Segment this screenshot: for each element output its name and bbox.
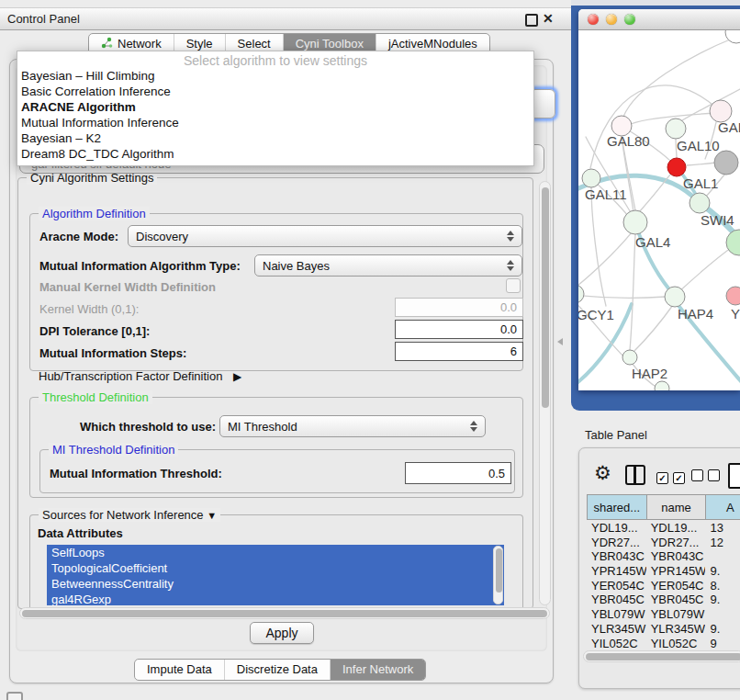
data-attribute-item[interactable]: gal4RGexp — [47, 592, 504, 605]
network-edge[interactable] — [578, 232, 632, 289]
network-edge[interactable] — [578, 295, 666, 298]
network-canvas[interactable]: GALGAL80GAL10GAL1GAL11SWI4GAL4GCY1HAP4YH… — [578, 30, 740, 390]
algorithm-definition-group: Algorithm Definition Aracne Mode: Discov… — [29, 213, 523, 371]
table-row[interactable]: YDL19...YDL19...13 — [587, 520, 740, 535]
table-cell: YIL052C — [646, 636, 706, 650]
data-attributes-label: Data Attributes — [38, 526, 123, 540]
settings-horizontal-scrollbar[interactable] — [19, 607, 550, 619]
close-icon[interactable]: ✕ — [543, 11, 554, 26]
data-attribute-item[interactable]: BetweennessCentrality — [47, 576, 504, 592]
table-row[interactable]: YLR345WYLR345W9. — [587, 621, 740, 636]
gear-icon[interactable]: ⚙ — [594, 463, 611, 483]
splitter-collapse-icon[interactable] — [557, 338, 563, 345]
data-attributes-list[interactable]: SelfLoopsTopologicalCoefficientBetweenne… — [47, 545, 504, 605]
table-row[interactable]: YBR045CYBR045C9. — [587, 592, 740, 606]
dock-mini-icon[interactable] — [6, 692, 23, 700]
dpi-tolerance-label: DPI Tolerance [0,1]: — [39, 324, 150, 338]
aracne-mode-combo[interactable]: Discovery — [128, 225, 522, 247]
network-graph[interactable]: GALGAL80GAL10GAL1GAL11SWI4GAL4GCY1HAP4YH… — [578, 30, 740, 390]
network-node-GAL10[interactable] — [666, 119, 686, 139]
network-node-SWI4[interactable] — [690, 193, 710, 213]
network-node[interactable] — [714, 151, 738, 175]
manual-kernel-checkbox[interactable] — [506, 278, 521, 293]
table-cell: YPR145W — [646, 563, 706, 578]
kernel-width-field[interactable]: 0.0 — [395, 298, 523, 317]
collapsed-triangle-icon: ▶ — [233, 370, 241, 383]
mi-threshold-field[interactable]: 0.5 — [405, 462, 511, 484]
network-node[interactable] — [726, 230, 740, 255]
algorithm-option[interactable]: Bayesian – K2 — [17, 130, 533, 146]
hub-expander[interactable]: Hub/Transcription Factor Definition ▶ — [39, 369, 241, 383]
algorithm-option[interactable]: Bayesian – Hill Climbing — [17, 68, 533, 84]
network-edge[interactable] — [630, 234, 635, 350]
network-edge[interactable] — [678, 245, 734, 293]
which-threshold-combo[interactable]: MI Threshold — [219, 415, 486, 437]
file-icon[interactable] — [728, 463, 740, 489]
table-row[interactable]: YPR145WYPR145W9. — [587, 563, 740, 578]
column-layout-icon[interactable] — [625, 465, 645, 485]
column-header-A[interactable]: A — [705, 495, 740, 519]
table-horizontal-scrollbar[interactable] — [583, 650, 740, 662]
network-node[interactable] — [655, 381, 669, 390]
table-row[interactable]: YBR043CYBR043C — [587, 548, 740, 563]
minimize-traffic-light-icon[interactable] — [606, 14, 617, 25]
select-all-icon[interactable]: ✓✓ — [656, 469, 690, 485]
algorithm-option[interactable]: ARACNE Algorithm — [17, 99, 533, 115]
table-row[interactable]: YIL052CYIL052C9 — [587, 636, 740, 650]
node-label: HAP4 — [678, 306, 713, 322]
zoom-traffic-light-icon[interactable] — [624, 14, 635, 25]
deselect-all-icon[interactable] — [691, 469, 724, 485]
network-window-titlebar[interactable] — [578, 9, 740, 30]
network-node-GCY1[interactable] — [578, 285, 584, 303]
network-window: GALGAL80GAL10GAL1GAL11SWI4GAL4GCY1HAP4YH… — [578, 9, 740, 390]
checked-box-icon: ✓ — [656, 472, 668, 484]
table-cell: 12 — [705, 535, 740, 549]
network-edge[interactable] — [591, 187, 606, 306]
sources-title[interactable]: Sources for Network Inference ▼ — [39, 508, 220, 522]
algorithm-option[interactable]: Basic Correlation Inference — [17, 84, 533, 99]
column-header-name[interactable]: name — [646, 495, 706, 519]
table-header-row: shared...nameA — [587, 494, 740, 520]
tab-discretize-data[interactable]: Discretize Data — [224, 660, 330, 680]
network-node[interactable] — [725, 30, 740, 43]
table-cell: 9. — [705, 563, 740, 578]
attribute-list-vertical-scrollbar[interactable] — [493, 546, 503, 604]
aracne-mode-value: Discovery — [136, 230, 506, 243]
float-window-icon[interactable] — [525, 14, 538, 27]
table-row[interactable]: YBL079WYBL079W — [587, 606, 740, 621]
table-row[interactable]: YER054CYER054C8. — [587, 578, 740, 593]
network-node-HAP2[interactable] — [622, 350, 637, 365]
network-node-HAP4[interactable] — [665, 287, 685, 307]
table-cell: 9. — [705, 592, 740, 606]
table-cell: YBR043C — [587, 548, 646, 563]
network-node-Y[interactable] — [726, 287, 740, 305]
column-header-shared[interactable]: shared... — [587, 495, 646, 519]
tab-label: Style — [186, 37, 213, 51]
algorithm-option[interactable]: Mutual Information Inference — [17, 115, 533, 130]
network-edge[interactable] — [590, 85, 718, 168]
network-edge[interactable] — [633, 305, 673, 352]
network-edge[interactable] — [679, 89, 740, 122]
mi-threshold-label: Mutual Information Threshold: — [50, 467, 222, 480]
network-view-frame: GALGAL80GAL10GAL1GAL11SWI4GAL4GCY1HAP4YH… — [571, 6, 740, 411]
network-node-GAL1[interactable] — [667, 158, 686, 176]
mi-steps-field[interactable]: 6 — [395, 342, 523, 361]
close-traffic-light-icon[interactable] — [588, 14, 599, 25]
network-edge[interactable] — [687, 163, 716, 165]
tab-infer-network[interactable]: Infer Network — [330, 660, 425, 680]
network-node-GAL11[interactable] — [582, 169, 600, 187]
network-node-GAL4[interactable] — [623, 210, 647, 234]
table-cell: YBL079W — [646, 606, 706, 621]
data-attribute-item[interactable]: SelfLoops — [47, 545, 504, 560]
tab-impute-data[interactable]: Impute Data — [135, 660, 224, 680]
control-panel-title: Control Panel — [7, 12, 80, 26]
data-attribute-item[interactable]: TopologicalCoefficient — [47, 560, 504, 576]
combo-stepper-icon — [469, 421, 477, 432]
apply-button[interactable]: Apply — [250, 622, 314, 644]
settings-vertical-scrollbar[interactable] — [539, 181, 551, 605]
mi-algorithm-type-combo[interactable]: Naive Bayes — [254, 254, 522, 277]
table-row[interactable]: YDR27...YDR27...12 — [587, 535, 740, 549]
node-label: Y — [731, 306, 740, 322]
algorithm-option[interactable]: Dream8 DC_TDC Algorithm — [17, 146, 533, 162]
dpi-tolerance-field[interactable]: 0.0 — [395, 320, 523, 339]
